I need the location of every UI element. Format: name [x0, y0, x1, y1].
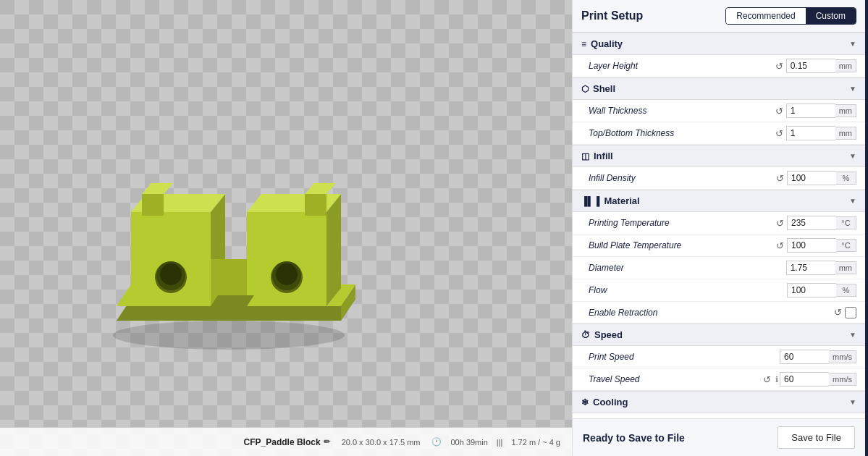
infill-section-title: ◫ Infill — [581, 151, 613, 161]
panel-footer: Ready to Save to File Save to File — [573, 418, 865, 456]
svg-point-12 — [160, 263, 182, 285]
enable-print-cooling-row: Enable Print Cooling ↺ — [573, 413, 865, 418]
layer-height-label: Layer Height — [589, 61, 772, 71]
infill-chevron: ▼ — [849, 152, 856, 160]
svg-point-15 — [276, 263, 298, 285]
layer-height-row: Layer Height ↺ mm — [573, 55, 865, 77]
diameter-row: Diameter mm — [573, 257, 865, 279]
print-setup-panel: Print Setup Recommended Custom ≡ Quality… — [572, 0, 868, 456]
wall-thickness-input[interactable] — [786, 104, 835, 118]
edit-filename-icon[interactable]: ✏ — [324, 437, 330, 447]
top-bottom-thickness-reset[interactable]: ↺ — [772, 128, 786, 139]
print-speed-input[interactable] — [780, 350, 829, 364]
section-speed-header[interactable]: ⏱ Speed ▼ — [573, 324, 865, 346]
build-plate-temp-label: Build Plate Temperature — [589, 240, 773, 250]
ready-status: Ready to Save to File — [583, 432, 685, 444]
top-bottom-thickness-row: Top/Bottom Thickness ↺ mm — [573, 122, 865, 145]
section-quality-header[interactable]: ≡ Quality ▼ — [573, 33, 865, 55]
quality-icon: ≡ — [581, 39, 586, 49]
layer-height-reset[interactable]: ↺ — [772, 61, 786, 72]
svg-rect-18 — [142, 194, 164, 216]
material-icon: ▐▌▐ — [581, 196, 600, 206]
3d-object — [73, 89, 384, 367]
printing-temp-input[interactable] — [787, 216, 836, 230]
svg-marker-8 — [326, 194, 341, 306]
tab-custom[interactable]: Custom — [806, 8, 856, 24]
svg-point-0 — [113, 321, 345, 350]
footer-stats: 20.0 x 30.0 x 17.5 mm — [342, 438, 421, 447]
panel-title: Print Setup — [581, 9, 643, 22]
cooling-icon: ❄ — [581, 397, 589, 408]
cooling-section-title: ❄ Cooling — [581, 397, 628, 408]
flow-label: Flow — [589, 285, 772, 295]
layer-height-input[interactable] — [786, 59, 835, 73]
top-bottom-thickness-label: Top/Bottom Thickness — [589, 128, 772, 138]
material-chevron: ▼ — [849, 197, 856, 205]
flow-row: Flow % — [573, 279, 865, 302]
infill-density-input[interactable] — [787, 171, 836, 185]
build-plate-temp-input[interactable] — [787, 238, 836, 253]
viewport-footer: CFP_Paddle Block ✏ 20.0 x 30.0 x 17.5 mm… — [0, 427, 572, 456]
printing-temp-reset[interactable]: ↺ — [773, 218, 787, 229]
settings-scroll-area[interactable]: ≡ Quality ▼ Layer Height ↺ mm ⬡ Shell ▼ … — [573, 33, 865, 418]
speed-icon: ⏱ — [581, 330, 590, 340]
top-bottom-thickness-input[interactable] — [786, 126, 835, 140]
save-to-file-button[interactable]: Save to File — [778, 426, 855, 449]
cooling-chevron: ▼ — [849, 398, 856, 406]
infill-icon: ◫ — [581, 151, 589, 161]
travel-speed-label: Travel Speed — [589, 374, 760, 384]
travel-speed-input[interactable] — [780, 372, 829, 387]
mode-tabs: Recommended Custom — [725, 7, 856, 25]
printing-temp-row: Printing Temperature ↺ °C — [573, 212, 865, 235]
dimensions-label: 20.0 x 30.0 x 17.5 mm — [342, 438, 421, 447]
enable-retraction-row: Enable Retraction ↺ — [573, 302, 865, 324]
diameter-unit: mm — [835, 261, 856, 274]
tab-recommended[interactable]: Recommended — [726, 8, 805, 24]
material-section-title: ▐▌▐ Material — [581, 195, 640, 206]
panel-header: Print Setup Recommended Custom — [573, 0, 865, 33]
print-speed-unit: mm/s — [829, 350, 856, 363]
svg-marker-21 — [305, 183, 336, 194]
wall-thickness-reset[interactable]: ↺ — [772, 106, 786, 117]
build-plate-temp-row: Build Plate Temperature ↺ °C — [573, 235, 865, 257]
3d-viewport[interactable]: CFP_Paddle Block ✏ 20.0 x 30.0 x 17.5 mm… — [0, 0, 572, 456]
section-infill-header[interactable]: ◫ Infill ▼ — [573, 145, 865, 167]
enable-retraction-label: Enable Retraction — [589, 308, 831, 318]
shell-section-title: ⬡ Shell — [581, 83, 615, 94]
printing-temp-label: Printing Temperature — [589, 218, 773, 228]
travel-speed-row: Travel Speed ↺ ℹ mm/s — [573, 368, 865, 391]
enable-retraction-checkbox[interactable] — [845, 307, 856, 318]
file-name-label: CFP_Paddle Block ✏ — [244, 437, 330, 447]
print-time-stats: 🕐 00h 39min ||| 1.72 m / ~ 4 g — [431, 437, 560, 447]
infill-density-label: Infill Density — [589, 173, 773, 183]
quality-section-title: ≡ Quality — [581, 38, 623, 49]
flow-input[interactable] — [787, 283, 836, 297]
print-time-label: 00h 39min — [450, 438, 487, 447]
travel-speed-info[interactable]: ℹ — [774, 375, 780, 384]
build-plate-temp-reset[interactable]: ↺ — [773, 240, 787, 251]
section-cooling-header[interactable]: ❄ Cooling ▼ — [573, 391, 865, 413]
section-material-header[interactable]: ▐▌▐ Material ▼ — [573, 190, 865, 212]
print-speed-row: Print Speed mm/s — [573, 346, 865, 368]
wall-thickness-label: Wall Thickness — [589, 106, 772, 116]
diameter-label: Diameter — [589, 263, 772, 273]
infill-density-reset[interactable]: ↺ — [773, 173, 787, 184]
diameter-input[interactable] — [786, 261, 835, 275]
flow-unit: % — [836, 284, 856, 297]
filament-icon: ||| — [497, 438, 503, 447]
clock-icon: 🕐 — [431, 437, 442, 447]
enable-retraction-reset[interactable]: ↺ — [831, 307, 845, 318]
shell-icon: ⬡ — [581, 84, 589, 94]
quality-chevron: ▼ — [849, 40, 856, 48]
section-shell-header[interactable]: ⬡ Shell ▼ — [573, 77, 865, 100]
infill-density-unit: % — [836, 172, 856, 185]
shell-chevron: ▼ — [849, 85, 856, 93]
infill-density-row: Infill Density ↺ % — [573, 167, 865, 190]
build-plate-temp-unit: °C — [836, 239, 856, 252]
travel-speed-reset[interactable]: ↺ — [760, 374, 774, 385]
travel-speed-unit: mm/s — [829, 373, 856, 386]
print-speed-label: Print Speed — [589, 352, 765, 362]
svg-marker-17 — [211, 295, 254, 306]
wall-thickness-row: Wall Thickness ↺ mm — [573, 100, 865, 122]
wall-thickness-unit: mm — [835, 104, 856, 117]
